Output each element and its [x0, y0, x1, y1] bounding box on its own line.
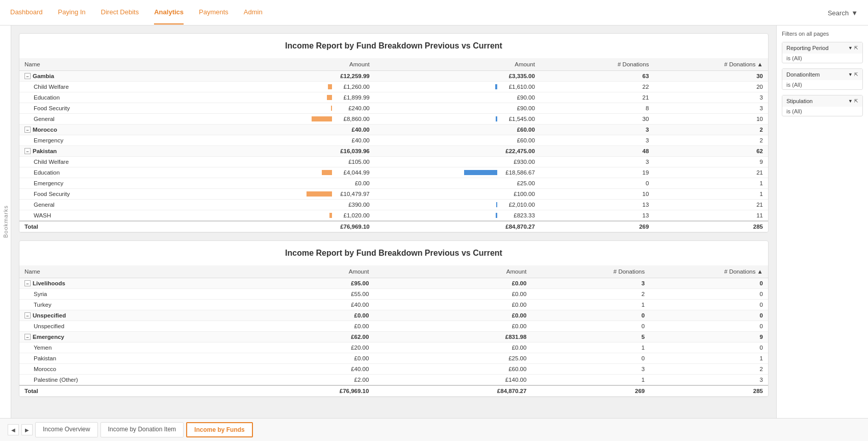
row-donations1: 1	[531, 375, 650, 386]
row-amount1: £240.00	[210, 103, 375, 114]
row-donations2: 3	[654, 92, 768, 103]
row-donations1: 13	[540, 200, 654, 210]
report-card-1: Income Report by Fund Breakdown Previous…	[19, 33, 769, 233]
chevron-down-icon[interactable]: ▼	[848, 45, 853, 51]
row-amount2: £18,586.67	[375, 167, 540, 178]
row-name: Morocco	[19, 364, 216, 375]
tab-button[interactable]: Income by Funds	[186, 422, 253, 437]
row-amount1: £8,860.00	[210, 114, 375, 125]
row-amount2: £1,545.00	[375, 114, 540, 125]
expand-icon[interactable]: ⇱	[854, 72, 858, 77]
expand-icon[interactable]: ⇱	[854, 45, 858, 51]
collapse-icon[interactable]: −	[24, 73, 31, 79]
row-donations2: 2	[650, 364, 768, 375]
search-button[interactable]: Search ▼	[828, 9, 858, 16]
table-row: Child Welfare£1,260.00£1,610.002220	[19, 82, 768, 92]
row-donations1: 19	[540, 167, 654, 178]
row-name: −Morocco	[19, 125, 210, 135]
row-name: Total	[19, 385, 216, 397]
row-amount1: £0.00	[216, 310, 374, 321]
row-donations1: 21	[540, 92, 654, 103]
filter-item[interactable]: Stipulation ▼ ⇱ is (All)	[782, 95, 863, 116]
row-amount2: £831.98	[374, 332, 531, 342]
nav-item-admin[interactable]: Admin	[244, 1, 263, 24]
row-name: Emergency	[19, 135, 210, 146]
nav-item-paying-in[interactable]: Paying In	[58, 1, 86, 24]
row-donations2: 9	[654, 157, 768, 167]
row-donations2: 1	[650, 353, 768, 364]
filter-header[interactable]: DonationItem ▼ ⇱	[782, 69, 862, 80]
row-amount2: £84,870.27	[374, 385, 531, 397]
row-name: Child Welfare	[19, 82, 210, 92]
collapse-icon[interactable]: −	[24, 148, 31, 154]
col-header-don2-2: # Donations ▲	[650, 265, 768, 278]
row-amount1: £55.00	[216, 289, 374, 300]
row-amount2: £1,610.00	[375, 82, 540, 92]
tab-button[interactable]: Income by Donation Item	[100, 422, 184, 437]
chevron-down-icon[interactable]: ▼	[848, 99, 853, 104]
collapse-icon[interactable]: −	[24, 334, 31, 340]
col-header-amt1-1: Amount	[210, 58, 375, 71]
row-amount2: £0.00	[374, 342, 531, 353]
row-amount2: £0.00	[374, 321, 531, 332]
row-amount2: £823.33	[375, 210, 540, 222]
row-name: WASH	[19, 210, 210, 222]
table-row: Morocco£40.00£60.0032	[19, 364, 768, 375]
filter-item[interactable]: DonationItem ▼ ⇱ is (All)	[782, 68, 863, 90]
row-donations2: 9	[650, 332, 768, 342]
row-amount1: £76,969.10	[210, 221, 375, 232]
table-row: Total£76,969.10£84,870.27269285	[19, 385, 768, 397]
row-amount2: £25.00	[375, 178, 540, 189]
tab-button[interactable]: Income Overview	[35, 422, 98, 437]
collapse-icon[interactable]: −	[24, 280, 31, 286]
row-donations1: 0	[531, 310, 650, 321]
bottom-tab-bar: ◀ ▶ Income OverviewIncome by Donation It…	[0, 418, 868, 441]
row-donations2: 20	[654, 82, 768, 92]
row-name: Child Welfare	[19, 157, 210, 167]
row-amount1: £95.00	[216, 278, 374, 289]
row-amount2: £90.00	[375, 92, 540, 103]
row-donations1: 48	[540, 146, 654, 157]
row-donations2: 285	[654, 221, 768, 232]
row-donations2: 1	[654, 178, 768, 189]
row-amount1: £20.00	[216, 342, 374, 353]
row-amount1: £1,020.00	[210, 210, 375, 222]
col-header-don2-1: # Donations ▲	[654, 58, 768, 71]
row-donations1: 3	[540, 157, 654, 167]
row-donations2: 21	[654, 200, 768, 210]
row-name: Food Security	[19, 189, 210, 200]
chevron-down-icon: ▼	[851, 9, 858, 16]
row-name: Palestine (Other)	[19, 375, 216, 386]
row-name: Unspecified	[19, 321, 216, 332]
row-amount2: £3,335.00	[375, 71, 540, 82]
nav-item-direct-debits[interactable]: Direct Debits	[101, 1, 139, 24]
tab-next-button[interactable]: ▶	[21, 424, 33, 435]
nav-item-payments[interactable]: Payments	[199, 1, 228, 24]
table-row: Unspecified£0.00£0.0000	[19, 321, 768, 332]
tab-prev-button[interactable]: ◀	[8, 424, 19, 435]
collapse-icon[interactable]: −	[24, 127, 31, 133]
row-amount2: £0.00	[374, 278, 531, 289]
report-title-1: Income Report by Fund Breakdown Previous…	[19, 34, 768, 58]
row-donations1: 1	[531, 300, 650, 310]
expand-icon[interactable]: ⇱	[854, 99, 858, 104]
filter-header[interactable]: Stipulation ▼ ⇱	[782, 95, 862, 107]
table-row: −Gambia£12,259.99£3,335.006330	[19, 71, 768, 82]
filter-item[interactable]: Reporting Period ▼ ⇱ is (All)	[782, 42, 863, 63]
row-name: −Gambia	[19, 71, 210, 82]
row-name: Yemen	[19, 342, 216, 353]
row-name: Emergency	[19, 178, 210, 189]
row-donations2: 11	[654, 210, 768, 222]
nav-item-dashboard[interactable]: Dashboard	[10, 1, 43, 24]
report-card-2: Income Report by Fund Breakdown Previous…	[19, 240, 769, 397]
row-amount1: £0.00	[210, 178, 375, 189]
col-header-amt1-2: Amount	[216, 265, 374, 278]
filter-controls: ▼ ⇱	[848, 72, 858, 77]
filter-header[interactable]: Reporting Period ▼ ⇱	[782, 42, 862, 54]
table-row: Pakistan£0.00£25.0001	[19, 353, 768, 364]
bookmarks-label: Bookmarks	[3, 205, 9, 238]
chevron-down-icon[interactable]: ▼	[848, 72, 853, 77]
row-donations1: 5	[531, 332, 650, 342]
nav-item-analytics[interactable]: Analytics	[154, 1, 184, 24]
collapse-icon[interactable]: −	[24, 312, 31, 318]
